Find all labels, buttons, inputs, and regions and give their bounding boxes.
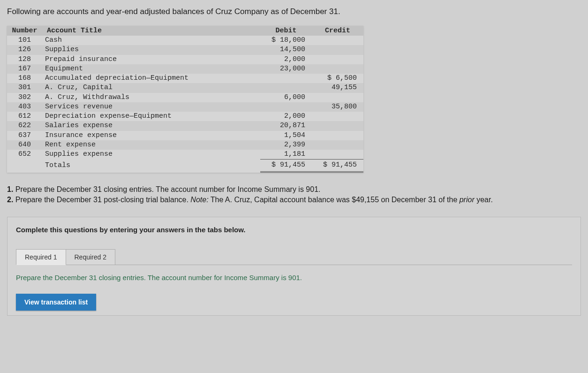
row-number: 637 [7, 131, 42, 140]
row-debit: 20,871 [260, 121, 312, 130]
tab-required-1[interactable]: Required 1 [16, 249, 66, 265]
view-transaction-list-button[interactable]: View transaction list [16, 294, 96, 311]
row-number: 301 [7, 83, 42, 92]
table-header-row: Number Account Title Debit Credit [7, 26, 363, 36]
totals-blank [7, 160, 42, 172]
row-credit [312, 36, 363, 45]
table-row: 128Prepaid insurance2,000 [7, 55, 363, 64]
row-debit: 23,000 [260, 64, 312, 74]
row-credit [312, 140, 363, 150]
totals-credit: $ 91,455 [312, 160, 363, 172]
answer-panel: Complete this questions by entering your… [7, 217, 581, 316]
row-title: Prepaid insurance [42, 55, 260, 64]
q2-note-label: Note: [190, 196, 208, 204]
row-number: 168 [7, 74, 42, 83]
row-credit [312, 131, 363, 140]
row-number: 167 [7, 64, 42, 74]
table-row: 168Accumulated depreciation—Equipment$ 6… [7, 74, 363, 83]
row-credit [312, 112, 363, 121]
table-row: 640Rent expense2,399 [7, 140, 363, 150]
q1-text: Prepare the December 31 closing entries.… [15, 185, 321, 193]
intro-text: Following are accounts and year-end adju… [7, 7, 581, 16]
row-title: Salaries expense [42, 121, 260, 130]
row-credit: $ 6,500 [312, 74, 363, 83]
row-debit [260, 83, 312, 92]
row-number: 612 [7, 112, 42, 121]
table-row: 637Insurance expense1,504 [7, 131, 363, 140]
row-title: Rent expense [42, 140, 260, 150]
totals-label: Totals [42, 160, 260, 172]
row-title: Equipment [42, 64, 260, 74]
q2-text-b: The A. Cruz, Capital account balance was… [209, 196, 460, 204]
row-debit: 2,000 [260, 55, 312, 64]
row-number: 126 [7, 45, 42, 54]
tab-required-2[interactable]: Required 2 [66, 249, 116, 265]
row-debit: 1,504 [260, 131, 312, 140]
table-row: 302A. Cruz, Withdrawals6,000 [7, 93, 363, 102]
q1-prefix: 1. [7, 185, 15, 193]
table-row: 167Equipment23,000 [7, 64, 363, 74]
row-debit: 2,000 [260, 112, 312, 121]
row-number: 302 [7, 93, 42, 102]
row-title: Accumulated depreciation—Equipment [42, 74, 260, 83]
row-title: A. Cruz, Withdrawals [42, 93, 260, 102]
row-debit: 1,181 [260, 150, 312, 160]
row-debit: 14,500 [260, 45, 312, 54]
complete-text: Complete this questions by entering your… [16, 226, 572, 234]
q2-text-a: Prepare the December 31 post-closing tri… [15, 196, 191, 204]
table-row: 301A. Cruz, Capital49,155 [7, 83, 363, 92]
table-row: 101Cash$ 18,000 [7, 36, 363, 45]
row-debit: 2,399 [260, 140, 312, 150]
header-credit: Credit [312, 26, 363, 36]
row-title: Cash [42, 36, 260, 45]
row-number: 640 [7, 140, 42, 150]
row-credit: 49,155 [312, 83, 363, 92]
row-debit [260, 74, 312, 83]
row-credit [312, 150, 363, 160]
row-credit [312, 45, 363, 54]
q2-text-c: year. [475, 196, 493, 204]
tabs-row: Required 1 Required 2 [16, 249, 572, 265]
row-credit [312, 93, 363, 102]
row-credit [312, 55, 363, 64]
q2-prior: prior [460, 196, 475, 204]
header-title: Account Title [42, 26, 260, 36]
row-number: 101 [7, 36, 42, 45]
row-title: Insurance expense [42, 131, 260, 140]
row-number: 128 [7, 55, 42, 64]
row-number: 652 [7, 150, 42, 160]
tab-instruction: Prepare the December 31 closing entries.… [16, 274, 572, 282]
question-1: 1. Prepare the December 31 closing entri… [7, 184, 581, 195]
row-title: A. Cruz, Capital [42, 83, 260, 92]
totals-row: Totals$ 91,455$ 91,455 [7, 160, 363, 172]
header-number: Number [7, 26, 42, 36]
row-credit: 35,800 [312, 102, 363, 112]
totals-debit: $ 91,455 [260, 160, 312, 172]
table-row: 403Services revenue35,800 [7, 102, 363, 112]
row-title: Supplies [42, 45, 260, 54]
row-number: 622 [7, 121, 42, 130]
row-title: Supplies expense [42, 150, 260, 160]
table-row: 622Salaries expense20,871 [7, 121, 363, 130]
row-credit [312, 64, 363, 74]
question-2: 2. Prepare the December 31 post-closing … [7, 195, 581, 205]
row-title: Depreciation expense—Equipment [42, 112, 260, 121]
row-debit: $ 18,000 [260, 36, 312, 45]
table-row: 126Supplies14,500 [7, 45, 363, 54]
row-title: Services revenue [42, 102, 260, 112]
q2-prefix: 2. [7, 196, 15, 204]
header-debit: Debit [260, 26, 312, 36]
row-credit [312, 121, 363, 130]
trial-balance-table: Number Account Title Debit Credit 101Cas… [7, 26, 363, 173]
instructions-block: 1. Prepare the December 31 closing entri… [7, 184, 581, 206]
row-debit: 6,000 [260, 93, 312, 102]
table-row: 652Supplies expense1,181 [7, 150, 363, 160]
row-number: 403 [7, 102, 42, 112]
row-debit [260, 102, 312, 112]
table-row: 612Depreciation expense—Equipment2,000 [7, 112, 363, 121]
